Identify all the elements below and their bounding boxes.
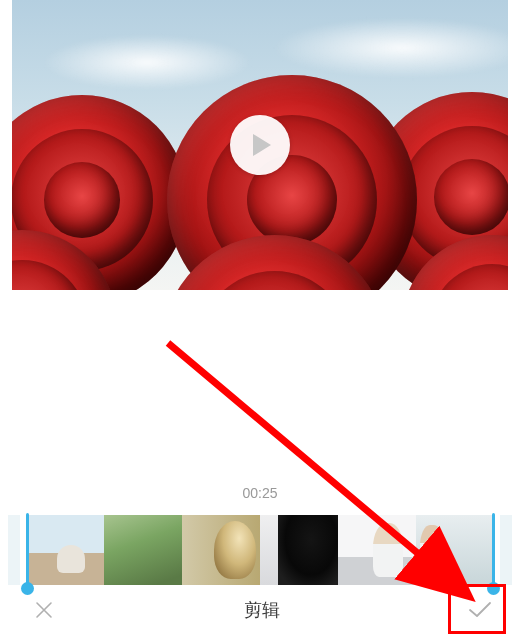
cancel-button[interactable] <box>24 590 64 630</box>
page-title: 剪辑 <box>244 598 280 622</box>
trim-handle-left[interactable] <box>20 513 34 587</box>
timeline-strip[interactable] <box>8 515 512 585</box>
trim-handle-right[interactable] <box>486 513 500 587</box>
confirm-button[interactable] <box>460 590 500 630</box>
strip-edge-right <box>500 515 512 585</box>
timeline: 00:25 <box>0 485 520 585</box>
close-icon <box>34 600 54 620</box>
frame-thumbnails <box>26 515 494 585</box>
preview-foreground <box>12 80 508 290</box>
play-icon <box>251 133 273 157</box>
frame-thumb <box>182 515 260 585</box>
check-icon <box>467 600 493 620</box>
frame-thumb <box>416 515 494 585</box>
frame-thumb <box>338 515 416 585</box>
frame-thumb <box>26 515 104 585</box>
play-button[interactable] <box>230 115 290 175</box>
time-display: 00:25 <box>0 485 520 501</box>
frame-thumb <box>260 515 338 585</box>
video-preview[interactable] <box>12 0 508 290</box>
strip-edge-left <box>8 515 20 585</box>
cloud <box>272 18 508 78</box>
bottom-bar: 剪辑 <box>0 588 520 632</box>
frame-thumb <box>104 515 182 585</box>
